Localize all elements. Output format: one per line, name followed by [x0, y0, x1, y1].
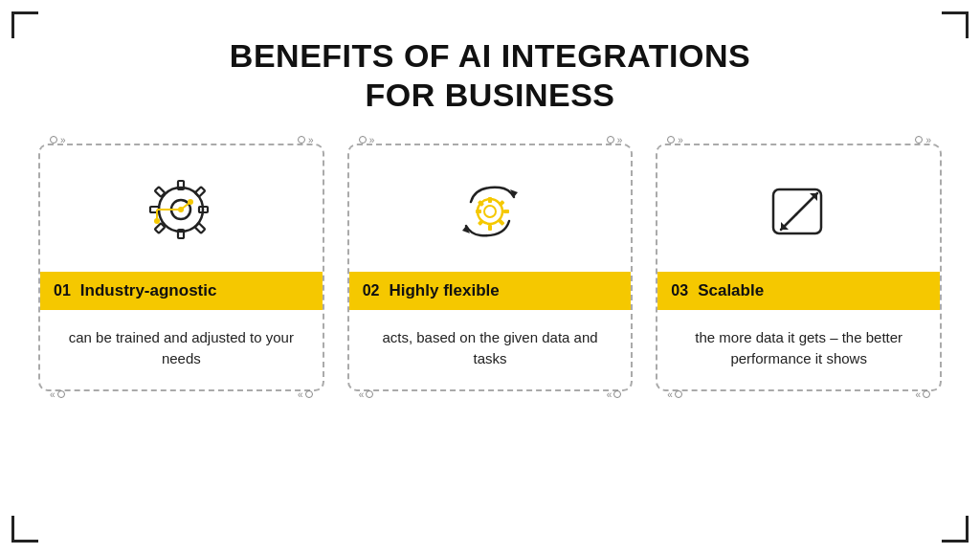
card-scalable: » » « « — [656, 144, 942, 391]
corner-br — [942, 516, 969, 543]
deco-tl-1: » — [50, 135, 65, 145]
svg-point-14 — [188, 199, 193, 205]
deco-circle — [359, 136, 367, 144]
deco-circle — [613, 390, 621, 398]
card-3-icon-area — [737, 145, 861, 272]
card-3-label: 03 Scalable — [657, 272, 940, 310]
deco-circle — [667, 136, 675, 144]
deco-tl-3: » — [667, 135, 682, 145]
card-1-label: 01 Industry-agnostic — [40, 272, 323, 310]
card-3-title: Scalable — [698, 281, 764, 300]
svg-rect-6 — [155, 223, 166, 233]
card-1-title: Industry-agnostic — [80, 281, 217, 300]
svg-rect-25 — [478, 219, 484, 226]
deco-circle — [675, 390, 682, 398]
card-1-icon-area — [119, 145, 243, 272]
svg-rect-20 — [488, 225, 492, 231]
card-2-icon-area — [428, 145, 552, 272]
card-industry-agnostic: » » « « — [38, 144, 324, 391]
card-1-number: 01 — [54, 282, 71, 299]
page-title: BENEFITS OF AI INTEGRATIONS FOR BUSINESS — [230, 36, 750, 115]
deco-br-3: « — [915, 389, 930, 400]
deco-circle — [366, 390, 373, 398]
deco-circle — [298, 136, 305, 144]
deco-tr-3: » — [915, 135, 930, 145]
deco-br-1: « — [298, 389, 313, 400]
deco-circle — [57, 390, 65, 398]
corner-tr — [942, 11, 969, 38]
corner-tl — [11, 11, 38, 38]
deco-tl-2: » — [359, 135, 374, 145]
svg-rect-21 — [476, 210, 481, 213]
card-highly-flexible: » » « « — [347, 144, 634, 391]
cards-container: » » « « — [38, 144, 942, 391]
deco-bl-3: « — [667, 389, 682, 400]
page-wrapper: BENEFITS OF AI INTEGRATIONS FOR BUSINESS… — [0, 0, 980, 554]
scale-arrow-icon — [756, 168, 842, 255]
deco-bl-1: « — [50, 389, 65, 400]
cycle-gear-icon — [447, 168, 533, 255]
svg-rect-4 — [155, 187, 166, 197]
card-1-description: can be trained and adjusted to your need… — [40, 310, 323, 380]
deco-tr-1: » — [298, 135, 313, 145]
svg-point-12 — [154, 218, 160, 224]
deco-circle — [607, 136, 614, 144]
svg-rect-24 — [498, 200, 504, 207]
deco-br-2: « — [607, 389, 622, 400]
deco-circle — [50, 136, 57, 144]
deco-bl-2: « — [359, 389, 374, 400]
gear-circuit-icon — [138, 168, 224, 255]
deco-circle — [915, 136, 923, 144]
card-2-description: acts, based on the given data and tasks — [349, 310, 632, 380]
corner-bl — [11, 516, 38, 543]
svg-point-18 — [484, 206, 496, 217]
svg-rect-19 — [488, 197, 492, 203]
svg-rect-7 — [195, 223, 206, 233]
card-3-number: 03 — [671, 282, 688, 299]
card-2-number: 02 — [363, 282, 380, 299]
deco-tr-2: » — [607, 135, 622, 145]
svg-rect-5 — [195, 187, 206, 197]
deco-circle — [923, 390, 930, 398]
deco-circle — [305, 390, 313, 398]
card-2-label: 02 Highly flexible — [349, 272, 632, 310]
card-3-description: the more data it gets – the better perfo… — [657, 310, 940, 380]
svg-rect-22 — [503, 210, 509, 213]
card-2-title: Highly flexible — [389, 281, 499, 300]
